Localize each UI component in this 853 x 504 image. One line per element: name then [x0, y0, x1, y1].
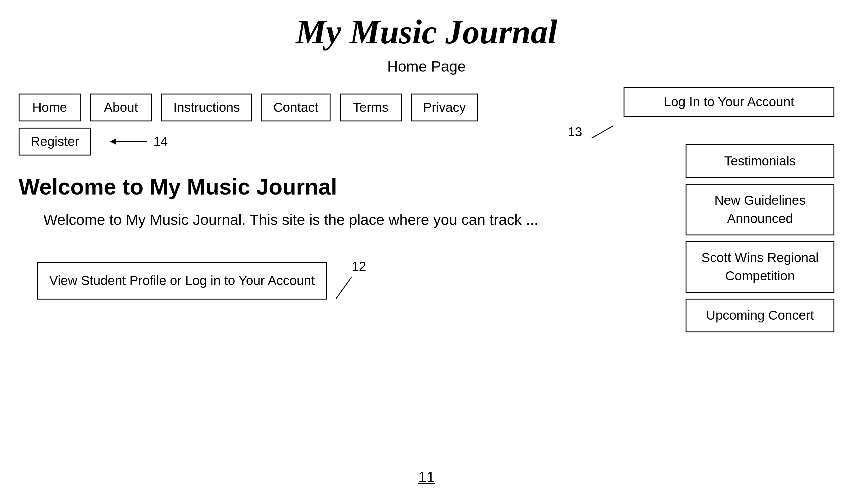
upcoming-concert-button[interactable]: Upcoming Concert [685, 299, 834, 332]
nav-instructions[interactable]: Instructions [161, 93, 252, 122]
nav-home[interactable]: Home [19, 93, 81, 122]
nav-contact[interactable]: Contact [261, 93, 331, 122]
svg-line-3 [592, 126, 613, 138]
page-container: My Music Journal Home Page Home About In… [0, 0, 853, 504]
register-annotation: 14 [104, 132, 168, 151]
register-button[interactable]: Register [19, 128, 91, 156]
register-annotation-label: 14 [153, 134, 168, 149]
nav-terms[interactable]: Terms [340, 93, 402, 122]
right-sidebar: Log In to Your Account 13 Testimonials N… [555, 87, 834, 338]
annotation-12-label: 12 [352, 259, 366, 274]
annotation-13-line-icon [582, 123, 620, 141]
svg-marker-1 [110, 139, 116, 145]
page-subtitle: Home Page [19, 58, 834, 75]
nav-about[interactable]: About [90, 93, 152, 122]
profile-login-button[interactable]: View Student Profile or Log in to Your A… [37, 262, 327, 300]
annotation-12-line-icon [333, 274, 395, 305]
site-title: My Music Journal [19, 12, 834, 52]
page-number: 11 [418, 468, 435, 485]
annotation-12-group: 12 [333, 259, 395, 305]
register-arrow-icon [104, 132, 153, 151]
annotation-13-label: 13 [568, 125, 582, 139]
svg-line-2 [336, 277, 352, 299]
nav-privacy[interactable]: Privacy [411, 93, 478, 122]
login-button[interactable]: Log In to Your Account [624, 87, 834, 117]
new-guidelines-button[interactable]: New Guidelines Announced [685, 184, 834, 236]
testimonials-button[interactable]: Testimonials [685, 144, 834, 178]
scott-wins-button[interactable]: Scott Wins Regional Competition [685, 241, 834, 293]
annotation-13-group: 13 [568, 123, 620, 141]
